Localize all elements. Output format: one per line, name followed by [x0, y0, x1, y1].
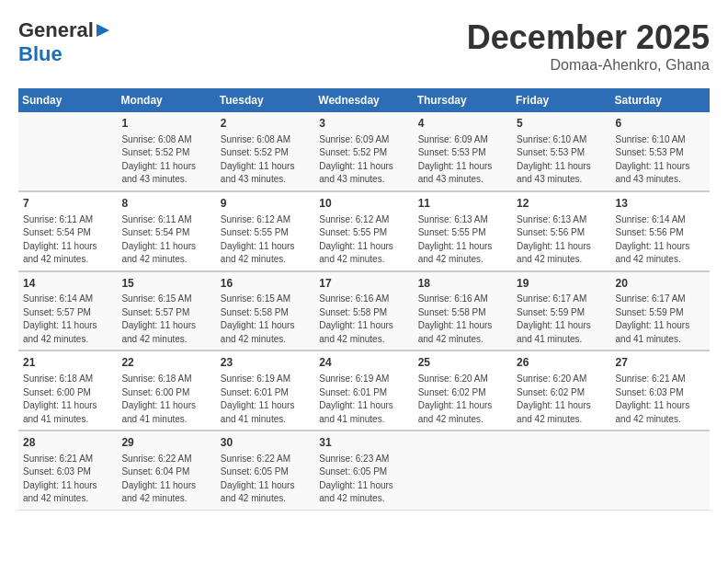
day-number: 14: [23, 276, 112, 292]
day-number: 30: [221, 435, 310, 451]
day-number: 10: [319, 196, 408, 212]
day-number: 25: [418, 355, 507, 371]
day-number: 26: [517, 355, 606, 371]
calendar-cell: 18Sunrise: 6:16 AM Sunset: 5:58 PM Dayli…: [414, 271, 512, 351]
day-info: Sunrise: 6:16 AM Sunset: 5:58 PM Dayligh…: [319, 293, 408, 346]
day-number: 3: [319, 116, 408, 132]
day-info: Sunrise: 6:23 AM Sunset: 6:05 PM Dayligh…: [319, 453, 408, 506]
calendar-cell: 1Sunrise: 6:08 AM Sunset: 5:52 PM Daylig…: [117, 112, 215, 191]
day-info: Sunrise: 6:15 AM Sunset: 5:57 PM Dayligh…: [121, 293, 210, 346]
calendar-cell: 27Sunrise: 6:21 AM Sunset: 6:03 PM Dayli…: [611, 350, 710, 431]
week-row-2: 7Sunrise: 6:11 AM Sunset: 5:54 PM Daylig…: [18, 191, 710, 271]
calendar-cell: [18, 112, 117, 191]
day-number: 21: [23, 355, 112, 371]
calendar-cell: [414, 431, 512, 510]
calendar-cell: [512, 431, 610, 510]
page-header: General Blue December 2025 Domaa-Ahenkro…: [18, 18, 710, 74]
day-number: 19: [517, 276, 606, 292]
calendar-cell: 22Sunrise: 6:18 AM Sunset: 6:00 PM Dayli…: [117, 350, 215, 431]
calendar-cell: 19Sunrise: 6:17 AM Sunset: 5:59 PM Dayli…: [512, 271, 610, 351]
day-number: 17: [319, 276, 408, 292]
calendar-cell: 20Sunrise: 6:17 AM Sunset: 5:59 PM Dayli…: [611, 271, 710, 351]
day-info: Sunrise: 6:13 AM Sunset: 5:56 PM Dayligh…: [517, 213, 606, 267]
calendar-cell: 13Sunrise: 6:14 AM Sunset: 5:56 PM Dayli…: [611, 191, 710, 271]
day-info: Sunrise: 6:08 AM Sunset: 5:52 PM Dayligh…: [221, 133, 310, 187]
calendar-cell: 9Sunrise: 6:12 AM Sunset: 5:55 PM Daylig…: [216, 191, 314, 271]
day-number: 22: [121, 355, 210, 371]
week-row-4: 21Sunrise: 6:18 AM Sunset: 6:00 PM Dayli…: [18, 350, 710, 431]
day-number: 13: [616, 196, 705, 212]
header-cell-thursday: Thursday: [414, 88, 512, 112]
calendar-cell: 28Sunrise: 6:21 AM Sunset: 6:03 PM Dayli…: [18, 431, 117, 510]
header-cell-friday: Friday: [512, 88, 610, 112]
day-number: 27: [616, 355, 705, 371]
day-number: 4: [418, 116, 507, 132]
day-info: Sunrise: 6:22 AM Sunset: 6:05 PM Dayligh…: [221, 453, 310, 506]
header-row: SundayMondayTuesdayWednesdayThursdayFrid…: [18, 88, 710, 112]
day-info: Sunrise: 6:10 AM Sunset: 5:53 PM Dayligh…: [616, 133, 705, 187]
day-info: Sunrise: 6:17 AM Sunset: 5:59 PM Dayligh…: [517, 293, 606, 346]
day-info: Sunrise: 6:16 AM Sunset: 5:58 PM Dayligh…: [418, 293, 507, 346]
day-info: Sunrise: 6:14 AM Sunset: 5:57 PM Dayligh…: [23, 293, 112, 346]
day-info: Sunrise: 6:20 AM Sunset: 6:02 PM Dayligh…: [517, 373, 606, 426]
day-info: Sunrise: 6:09 AM Sunset: 5:52 PM Dayligh…: [319, 133, 408, 187]
day-number: 1: [121, 116, 210, 132]
calendar-cell: 21Sunrise: 6:18 AM Sunset: 6:00 PM Dayli…: [18, 350, 117, 431]
day-number: 2: [221, 116, 310, 132]
svg-marker-0: [97, 24, 109, 37]
calendar-cell: 8Sunrise: 6:11 AM Sunset: 5:54 PM Daylig…: [117, 191, 215, 271]
calendar-cell: 25Sunrise: 6:20 AM Sunset: 6:02 PM Dayli…: [414, 350, 512, 431]
calendar-cell: 17Sunrise: 6:16 AM Sunset: 5:58 PM Dayli…: [314, 271, 413, 351]
day-info: Sunrise: 6:19 AM Sunset: 6:01 PM Dayligh…: [319, 373, 408, 426]
day-number: 8: [121, 196, 210, 212]
day-info: Sunrise: 6:10 AM Sunset: 5:53 PM Dayligh…: [517, 133, 606, 187]
day-info: Sunrise: 6:12 AM Sunset: 5:55 PM Dayligh…: [221, 213, 310, 267]
day-number: 23: [221, 355, 310, 371]
calendar-cell: 14Sunrise: 6:14 AM Sunset: 5:57 PM Dayli…: [18, 271, 117, 351]
calendar-cell: 12Sunrise: 6:13 AM Sunset: 5:56 PM Dayli…: [512, 191, 610, 271]
header-cell-monday: Monday: [117, 88, 215, 112]
week-row-5: 28Sunrise: 6:21 AM Sunset: 6:03 PM Dayli…: [18, 431, 710, 510]
day-number: 7: [23, 196, 112, 212]
day-number: 11: [418, 196, 507, 212]
day-info: Sunrise: 6:15 AM Sunset: 5:58 PM Dayligh…: [221, 293, 310, 346]
calendar-cell: 7Sunrise: 6:11 AM Sunset: 5:54 PM Daylig…: [18, 191, 117, 271]
calendar-cell: 23Sunrise: 6:19 AM Sunset: 6:01 PM Dayli…: [216, 350, 314, 431]
day-info: Sunrise: 6:12 AM Sunset: 5:55 PM Dayligh…: [319, 213, 408, 267]
day-number: 18: [418, 276, 507, 292]
day-number: 9: [221, 196, 310, 212]
day-number: 20: [616, 276, 705, 292]
day-number: 15: [121, 276, 210, 292]
week-row-3: 14Sunrise: 6:14 AM Sunset: 5:57 PM Dayli…: [18, 271, 710, 351]
calendar-cell: 10Sunrise: 6:12 AM Sunset: 5:55 PM Dayli…: [314, 191, 413, 271]
day-number: 6: [616, 116, 705, 132]
calendar-cell: 26Sunrise: 6:20 AM Sunset: 6:02 PM Dayli…: [512, 350, 610, 431]
header-cell-sunday: Sunday: [18, 88, 117, 112]
calendar-cell: 11Sunrise: 6:13 AM Sunset: 5:55 PM Dayli…: [414, 191, 512, 271]
week-row-1: 1Sunrise: 6:08 AM Sunset: 5:52 PM Daylig…: [18, 112, 710, 191]
day-info: Sunrise: 6:13 AM Sunset: 5:55 PM Dayligh…: [418, 213, 507, 267]
logo-arrow-icon: [97, 22, 113, 39]
day-info: Sunrise: 6:21 AM Sunset: 6:03 PM Dayligh…: [616, 373, 705, 426]
day-info: Sunrise: 6:18 AM Sunset: 6:00 PM Dayligh…: [23, 373, 112, 426]
day-number: 29: [121, 435, 210, 451]
logo: General Blue: [18, 18, 113, 66]
calendar-cell: 24Sunrise: 6:19 AM Sunset: 6:01 PM Dayli…: [314, 350, 413, 431]
day-info: Sunrise: 6:18 AM Sunset: 6:00 PM Dayligh…: [121, 373, 210, 426]
calendar-table: SundayMondayTuesdayWednesdayThursdayFrid…: [18, 88, 710, 511]
logo-blue: Blue: [18, 42, 63, 65]
calendar-cell: 6Sunrise: 6:10 AM Sunset: 5:53 PM Daylig…: [611, 112, 710, 191]
day-number: 5: [517, 116, 606, 132]
calendar-cell: 15Sunrise: 6:15 AM Sunset: 5:57 PM Dayli…: [117, 271, 215, 351]
page-title: December 2025: [467, 18, 710, 57]
header-cell-saturday: Saturday: [611, 88, 710, 112]
day-info: Sunrise: 6:11 AM Sunset: 5:54 PM Dayligh…: [121, 213, 210, 267]
day-number: 24: [319, 355, 408, 371]
calendar-cell: 2Sunrise: 6:08 AM Sunset: 5:52 PM Daylig…: [216, 112, 314, 191]
day-number: 16: [221, 276, 310, 292]
page-subtitle: Domaa-Ahenkro, Ghana: [467, 57, 710, 74]
day-info: Sunrise: 6:14 AM Sunset: 5:56 PM Dayligh…: [616, 213, 705, 267]
calendar-cell: [611, 431, 710, 510]
day-info: Sunrise: 6:21 AM Sunset: 6:03 PM Dayligh…: [23, 453, 112, 506]
calendar-cell: 16Sunrise: 6:15 AM Sunset: 5:58 PM Dayli…: [216, 271, 314, 351]
